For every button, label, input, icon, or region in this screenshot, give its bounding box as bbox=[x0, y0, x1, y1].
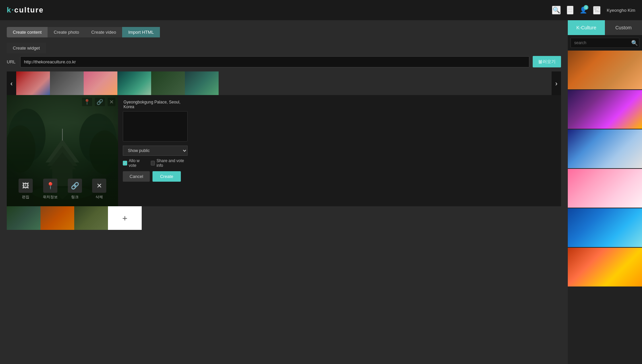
center-content: Create content Create photo Create video… bbox=[0, 20, 568, 364]
app-logo: k·culture bbox=[7, 6, 44, 14]
action-location[interactable]: 📍 위치정보 bbox=[43, 179, 58, 200]
thumbnail-row-wrapper: ‹ › bbox=[7, 71, 561, 95]
sidebar-images bbox=[568, 51, 642, 364]
link-icon: 🔗 bbox=[68, 179, 82, 193]
thumb-prev-button[interactable]: ‹ bbox=[7, 71, 16, 95]
url-row: URL 불러오기 bbox=[7, 56, 561, 67]
thumb-item-5[interactable] bbox=[151, 71, 185, 95]
tab-import-html[interactable]: Import HTML bbox=[122, 27, 160, 37]
logo-k: k· bbox=[7, 6, 14, 14]
share-vote-label: Share and vote info bbox=[157, 158, 188, 168]
main-tabs-row: Create content Create photo Create video… bbox=[7, 27, 561, 37]
share-vote-check-icon bbox=[151, 161, 155, 165]
tab-create-photo[interactable]: Create photo bbox=[48, 27, 85, 37]
action-delete[interactable]: ✕ 삭제 bbox=[92, 179, 106, 200]
settings-icon[interactable]: 🏗 bbox=[593, 6, 601, 14]
thumb-item-4[interactable] bbox=[117, 71, 151, 95]
action-link[interactable]: 🔗 링크 bbox=[68, 179, 82, 200]
add-photo-button[interactable]: + bbox=[108, 206, 142, 230]
topnav: k·culture 🔍 ☰ 👤 1 🏗 Kyeongho Kim bbox=[0, 0, 642, 20]
notification-icon[interactable]: 👤 1 bbox=[580, 6, 587, 14]
bottom-thumb-3[interactable] bbox=[74, 206, 108, 230]
thumbnail-items bbox=[16, 71, 552, 95]
share-vote-checkbox[interactable]: Share and vote info bbox=[151, 158, 188, 168]
thumb-item-6[interactable] bbox=[185, 71, 219, 95]
main-layout: Create content Create photo Create video… bbox=[0, 0, 642, 364]
location-text: Gyeongbokgung Palace, Seoul, Korea bbox=[123, 100, 188, 109]
bottom-thumbnails: + bbox=[7, 206, 561, 230]
sidebar-search-button[interactable]: 🔍 bbox=[631, 40, 638, 46]
thumb-item-2[interactable] bbox=[50, 71, 84, 95]
logo-culture: culture bbox=[14, 6, 44, 14]
description-textarea[interactable] bbox=[123, 111, 188, 142]
load-url-button[interactable]: 불러오기 bbox=[533, 56, 561, 67]
thumb-item-3[interactable] bbox=[84, 71, 117, 95]
action-edit[interactable]: 🖼 편집 bbox=[19, 179, 33, 200]
dialog-panel: Gyeongbokgung Palace, Seoul, Korea Show … bbox=[118, 95, 192, 206]
tab-create-video[interactable]: Create video bbox=[85, 27, 122, 37]
show-public-select[interactable]: Show public bbox=[123, 146, 188, 156]
allow-vote-label: Allo w vote bbox=[129, 158, 146, 168]
main-scene: 📍 🔗 ✕ bbox=[7, 95, 118, 206]
create-button[interactable]: Create bbox=[152, 171, 180, 182]
sidebar-image-island[interactable] bbox=[568, 208, 642, 247]
cancel-button[interactable]: Cancel bbox=[123, 171, 150, 182]
image-dialog-wrapper: 📍 🔗 ✕ bbox=[7, 95, 561, 206]
search-icon[interactable]: 🔍 bbox=[552, 6, 561, 14]
sidebar-image-fireworks[interactable] bbox=[568, 90, 642, 129]
bottom-thumb-2[interactable] bbox=[40, 206, 74, 230]
sidebar-search-input[interactable] bbox=[570, 38, 639, 48]
allow-vote-checkbox[interactable]: ✓ Allo w vote bbox=[123, 158, 146, 168]
action-icons-row: 🖼 편집 📍 위치정보 🔗 링크 ✕ 삭제 bbox=[7, 179, 118, 200]
link-label: 링크 bbox=[71, 194, 79, 200]
sidebar-image-blossoms[interactable] bbox=[568, 169, 642, 208]
tab-create-content[interactable]: Create content bbox=[7, 27, 48, 37]
location-label: 위치정보 bbox=[43, 194, 58, 200]
sub-tab-row: Create widget bbox=[7, 41, 561, 53]
menu-icon[interactable]: ☰ bbox=[567, 6, 574, 14]
thumb-next-button[interactable]: › bbox=[552, 71, 561, 95]
delete-icon: ✕ bbox=[92, 179, 106, 193]
topnav-right: 🔍 ☰ 👤 1 🏗 Kyeongho Kim bbox=[552, 6, 635, 14]
thumb-item-1[interactable] bbox=[16, 71, 50, 95]
edit-label: 편집 bbox=[22, 194, 29, 200]
bottom-thumb-1[interactable] bbox=[7, 206, 40, 230]
tab-create-widget[interactable]: Create widget bbox=[7, 43, 46, 53]
notif-badge: 1 bbox=[584, 5, 588, 10]
sidebar-image-sunset[interactable] bbox=[568, 248, 642, 286]
edit-icon: 🖼 bbox=[19, 179, 33, 193]
show-public-row: Show public bbox=[123, 146, 188, 156]
sidebar-search-area: 🔍 bbox=[568, 35, 642, 51]
sidebar-image-food[interactable] bbox=[568, 51, 642, 89]
checkbox-row: ✓ Allo w vote Share and vote info bbox=[123, 158, 188, 168]
url-label: URL bbox=[7, 59, 17, 64]
allow-vote-check-icon: ✓ bbox=[123, 161, 127, 165]
username-label: Kyeongho Kim bbox=[607, 8, 635, 13]
sidebar-tab-kculture[interactable]: K-Culture bbox=[568, 20, 605, 35]
sidebar-tab-custom[interactable]: Custom bbox=[605, 20, 642, 35]
delete-label: 삭제 bbox=[95, 194, 103, 200]
location-icon: 📍 bbox=[43, 179, 57, 193]
url-input[interactable] bbox=[20, 56, 529, 67]
sidebar-image-crowd[interactable] bbox=[568, 129, 642, 168]
sidebar-tabs: K-Culture Custom bbox=[568, 20, 642, 35]
dialog-buttons: Cancel Create bbox=[123, 171, 188, 182]
right-sidebar: K-Culture Custom 🔍 bbox=[568, 20, 642, 364]
